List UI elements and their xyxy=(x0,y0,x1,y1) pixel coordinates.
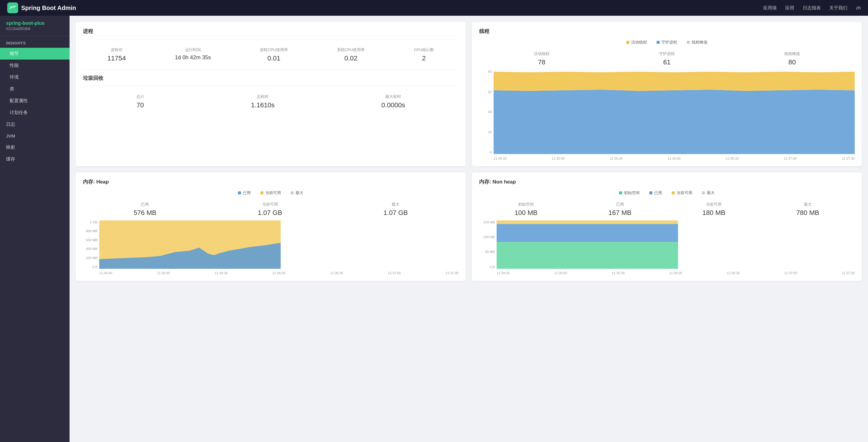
stat-nonheap-max: 最大 780 MB xyxy=(796,202,819,217)
sidebar-item-xinneng[interactable]: 性能 xyxy=(0,60,69,71)
nonheap-card: 内存: Non heap 初始空间 已用 当前可用 xyxy=(472,172,862,281)
stat-gc-total: 总计 70 xyxy=(136,94,144,109)
nonheap-x-axis: 11:34:3011:35:0011:35:3011:36:0011:36:30… xyxy=(497,271,855,275)
heap-y-axis: 1 GB800 MB600 MB400 MB200 MB0 B xyxy=(83,220,99,275)
sidebar-item-yingshe[interactable]: 映射 xyxy=(0,141,69,153)
nonheap-y-axis: 150 MB100 MB50 MB0 B xyxy=(479,220,497,275)
sidebar-item-rizhi[interactable]: 日志 xyxy=(0,119,69,130)
stat-process-cpu: 进程CPU使用率 0.01 xyxy=(260,47,288,62)
svg-marker-20 xyxy=(497,224,678,242)
app-title: Spring Boot Admin xyxy=(21,4,76,11)
heap-chart-right: 11:34:3011:35:0011:35:3011:36:0011:36:30… xyxy=(99,220,459,275)
svg-marker-21 xyxy=(497,220,678,224)
legend-dot-heap-used xyxy=(238,191,241,194)
legend-nonheap-avail: 当前可用 xyxy=(672,190,692,196)
process-stats: 进程ID 11754 运行时间 1d 0h 42m 35s 进程CPU使用率 0… xyxy=(83,45,459,65)
threads-chart-svg xyxy=(494,70,855,154)
heap-chart-svg xyxy=(99,220,281,269)
stat-daemon-threads: 守护进程 61 xyxy=(659,51,675,66)
stat-pid: 进程ID 11754 xyxy=(107,47,126,62)
heap-legend: 已用 当前可用 最大 xyxy=(83,190,459,196)
sidebar-item-lei[interactable]: 类 xyxy=(0,83,69,95)
threads-chart-wrap: 806040200 xyxy=(479,70,855,160)
logo-icon xyxy=(7,2,18,13)
threads-legend: 活动线程 守护进程 线程峰值 xyxy=(479,40,855,45)
legend-heap-used: 已用 xyxy=(238,190,251,196)
stat-gc-max: 最大耗时 0.0000s xyxy=(381,94,405,109)
legend-heap-max: 最大 xyxy=(291,190,303,196)
legend-dot-nonheap-used xyxy=(649,191,652,194)
heap-chart-wrap: 1 GB800 MB600 MB400 MB200 MB0 B xyxy=(83,220,459,275)
legend-dot-nonheap-max xyxy=(702,191,705,194)
nonheap-stats: 初始空间 100 MB 已用 167 MB 当前可用 180 MB 最大 780… xyxy=(479,199,855,219)
nav-yingyongqiang[interactable]: 应用墙 xyxy=(763,5,777,11)
stat-peak-threads: 线程峰值 80 xyxy=(784,51,800,66)
legend-nonheap-max: 最大 xyxy=(702,190,715,196)
gc-stats: 总计 70 总耗时 1.1610s 最大耗时 0.0000s xyxy=(83,92,459,112)
sidebar: spring-boot-plus e211ba082db8 Insights 细… xyxy=(0,16,69,442)
threads-stats: 活动线程 78 守护进程 61 线程峰值 80 xyxy=(479,49,855,69)
legend-nonheap-init: 初始空间 xyxy=(619,190,640,196)
legend-peak: 线程峰值 xyxy=(687,40,707,45)
layout: spring-boot-plus e211ba082db8 Insights 细… xyxy=(0,16,868,442)
stat-uptime: 运行时间 1d 0h 42m 35s xyxy=(175,47,211,62)
threads-x-axis: 11:34:3011:35:0011:35:3011:36:0011:36:30… xyxy=(494,157,855,160)
sidebar-app-id: e211ba082db8 xyxy=(6,27,63,31)
nonheap-title: 内存: Non heap xyxy=(479,178,855,185)
sidebar-insights-label: Insights xyxy=(0,36,69,48)
process-title: 进程 xyxy=(83,28,459,35)
legend-dot-daemon xyxy=(657,41,660,44)
heap-stats: 已用 576 MB 当前可用 1.07 GB 最大 1.07 GB xyxy=(83,199,459,219)
svg-marker-19 xyxy=(497,242,678,269)
stat-system-cpu: 系统CPU使用率 0.02 xyxy=(337,47,365,62)
sidebar-item-jvm[interactable]: JVM xyxy=(0,130,69,141)
nonheap-chart-wrap: 150 MB100 MB50 MB0 B xyxy=(479,220,855,275)
stat-gc-time: 总耗时 1.1610s xyxy=(251,94,275,109)
main-nav: 应用墙 应用 日志报表 关于我们 zh xyxy=(763,5,861,11)
sidebar-item-jihua[interactable]: 计划任务 xyxy=(0,107,69,119)
legend-active-threads: 活动线程 xyxy=(626,40,647,45)
app-header: Spring Boot Admin 应用墙 应用 日志报表 关于我们 zh xyxy=(0,0,868,16)
threads-title: 线程 xyxy=(479,28,855,35)
sidebar-item-xijie[interactable]: 细节 xyxy=(0,48,69,60)
heap-x-axis: 11:34:3011:35:0011:35:3011:36:0011:36:30… xyxy=(99,271,459,275)
nav-rizhibaobiao[interactable]: 日志报表 xyxy=(803,5,821,11)
stat-active-threads: 活动线程 78 xyxy=(534,51,550,66)
nonheap-chart-svg xyxy=(497,220,678,269)
legend-nonheap-used: 已用 xyxy=(649,190,662,196)
stat-heap-avail: 当前可用 1.07 GB xyxy=(258,202,282,217)
nav-yingyong[interactable]: 应用 xyxy=(785,5,794,11)
heap-title: 内存: Heap xyxy=(83,178,459,185)
legend-dot-heap-max xyxy=(291,191,294,194)
svg-marker-6 xyxy=(494,72,855,91)
threads-chart-right: 11:34:3011:35:0011:35:3011:36:0011:36:30… xyxy=(494,70,855,160)
stat-cpu-cores: CPU核心数 2 xyxy=(414,47,434,62)
nonheap-legend: 初始空间 已用 当前可用 最大 xyxy=(479,190,855,196)
nav-lang[interactable]: zh xyxy=(856,5,861,11)
legend-dot-peak xyxy=(687,41,690,44)
nonheap-chart-right: 11:34:3011:35:0011:35:3011:36:0011:36:30… xyxy=(497,220,855,275)
legend-dot-active xyxy=(626,41,629,44)
legend-heap-avail: 当前可用 xyxy=(260,190,281,196)
sidebar-item-peizhi[interactable]: 配置属性 xyxy=(0,95,69,107)
app-logo: Spring Boot Admin xyxy=(7,2,763,13)
legend-dot-nonheap-init xyxy=(619,191,622,194)
main-content: 进程 进程ID 11754 运行时间 1d 0h 42m 35s 进程CPU使用… xyxy=(69,16,868,442)
sidebar-app-name: spring-boot-plus xyxy=(6,21,63,26)
sidebar-app-info: spring-boot-plus e211ba082db8 xyxy=(0,16,69,36)
stat-nonheap-avail: 当前可用 180 MB xyxy=(702,202,725,217)
legend-dot-nonheap-avail xyxy=(672,191,675,194)
stat-nonheap-init: 初始空间 100 MB xyxy=(515,202,537,217)
gc-title: 垃圾回收 xyxy=(83,75,459,82)
threads-y-axis: 806040200 xyxy=(479,70,494,160)
sidebar-item-huancun[interactable]: 缓存 xyxy=(0,153,69,165)
legend-dot-heap-avail xyxy=(260,191,264,194)
svg-marker-5 xyxy=(494,90,855,154)
sidebar-item-huanjing[interactable]: 环境 xyxy=(0,71,69,83)
stat-heap-max: 最大 1.07 GB xyxy=(383,202,408,217)
threads-card: 线程 活动线程 守护进程 线程峰值 xyxy=(472,22,862,166)
stat-nonheap-used: 已用 167 MB xyxy=(609,202,631,217)
nav-guanyuwomen[interactable]: 关于我们 xyxy=(829,5,847,11)
legend-daemon: 守护进程 xyxy=(657,40,677,45)
stat-heap-used: 已用 576 MB xyxy=(133,202,156,217)
